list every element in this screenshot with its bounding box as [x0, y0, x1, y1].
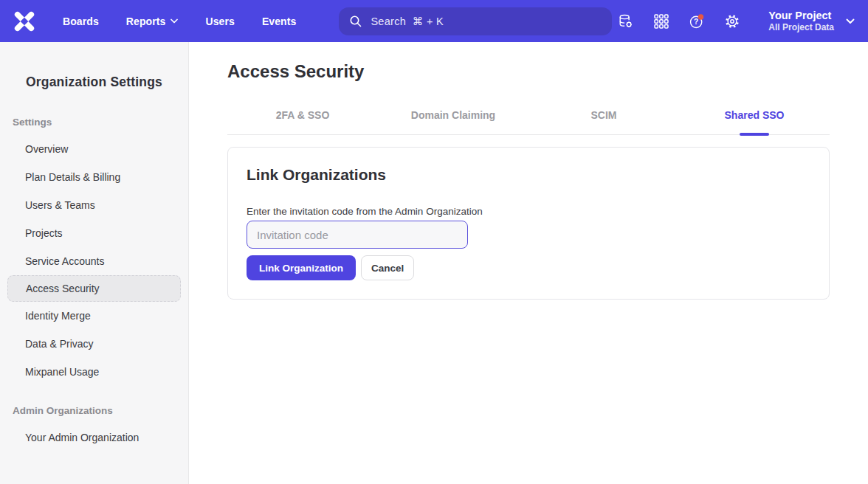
nav-item-users-label: Users: [205, 15, 234, 27]
link-organizations-card: Link Organizations Enter the invitation …: [227, 147, 830, 300]
global-search[interactable]: [339, 7, 612, 35]
nav-right-controls: ? Your Project All Project Data: [618, 9, 855, 33]
help-icon[interactable]: ?: [689, 13, 705, 30]
link-organization-button[interactable]: Link Organization: [247, 255, 356, 280]
top-navigation-bar: Boards Reports Users Events: [0, 0, 868, 42]
apps-grid-icon[interactable]: [653, 13, 669, 30]
question-mark-glyph: ?: [694, 18, 698, 26]
search-icon: [349, 15, 362, 28]
tab-scim[interactable]: SCIM: [528, 103, 679, 134]
project-subtitle: All Project Data: [768, 22, 834, 33]
chevron-down-icon: [170, 18, 178, 24]
nav-item-reports[interactable]: Reports: [126, 15, 179, 27]
nav-item-reports-label: Reports: [126, 15, 166, 27]
mixpanel-logo-icon[interactable]: [12, 9, 37, 34]
tab-domain-claiming[interactable]: Domain Claiming: [378, 103, 528, 134]
sidebar-item-your-admin-organization[interactable]: Your Admin Organization: [0, 424, 188, 452]
access-security-tabs: 2FA & SSO Domain Claiming SCIM Shared SS…: [227, 103, 830, 135]
sidebar-item-projects[interactable]: Projects: [0, 219, 188, 247]
project-switcher[interactable]: Your Project All Project Data: [768, 9, 855, 33]
sidebar-item-overview[interactable]: Overview: [0, 135, 188, 163]
invitation-code-input[interactable]: [247, 221, 468, 249]
nav-item-events-label: Events: [262, 15, 297, 27]
nav-item-events[interactable]: Events: [262, 15, 297, 27]
sidebar-title: Organization Settings: [0, 42, 188, 90]
sidebar-item-identity-merge[interactable]: Identity Merge: [0, 302, 188, 330]
tab-2fa-sso[interactable]: 2FA & SSO: [227, 103, 378, 134]
project-name: Your Project: [768, 9, 834, 22]
card-title: Link Organizations: [247, 166, 810, 184]
invitation-code-label: Enter the invitation code from the Admin…: [247, 206, 810, 217]
settings-gear-icon[interactable]: [724, 13, 740, 30]
notification-dot: [698, 14, 703, 19]
cancel-button[interactable]: Cancel: [361, 255, 414, 280]
nav-links: Boards Reports Users Events: [63, 15, 296, 27]
sidebar-section-settings: Settings: [13, 117, 188, 128]
page-title: Access Security: [227, 61, 830, 82]
sidebar-item-access-security[interactable]: Access Security: [7, 275, 181, 302]
sidebar-item-users-teams[interactable]: Users & Teams: [0, 191, 188, 219]
sidebar-item-mixpanel-usage[interactable]: Mixpanel Usage: [0, 358, 188, 386]
sidebar-item-plan-details-billing[interactable]: Plan Details & Billing: [0, 163, 188, 191]
sidebar-section-admin-organizations: Admin Organizations: [13, 405, 188, 416]
search-input[interactable]: [371, 15, 602, 27]
card-button-row: Link Organization Cancel: [247, 255, 810, 280]
nav-item-boards-label: Boards: [63, 15, 99, 27]
tab-shared-sso[interactable]: Shared SSO: [679, 103, 830, 134]
chevron-down-icon: [846, 18, 855, 24]
nav-item-users[interactable]: Users: [205, 15, 234, 27]
sidebar-item-data-privacy[interactable]: Data & Privacy: [0, 330, 188, 358]
nav-item-boards[interactable]: Boards: [63, 15, 99, 27]
main-content: Access Security 2FA & SSO Domain Claimin…: [189, 42, 868, 484]
sidebar-item-service-accounts[interactable]: Service Accounts: [0, 247, 188, 275]
org-settings-sidebar: Organization Settings Settings Overview …: [0, 42, 189, 484]
data-management-icon[interactable]: [618, 13, 634, 30]
project-text: Your Project All Project Data: [768, 9, 834, 33]
